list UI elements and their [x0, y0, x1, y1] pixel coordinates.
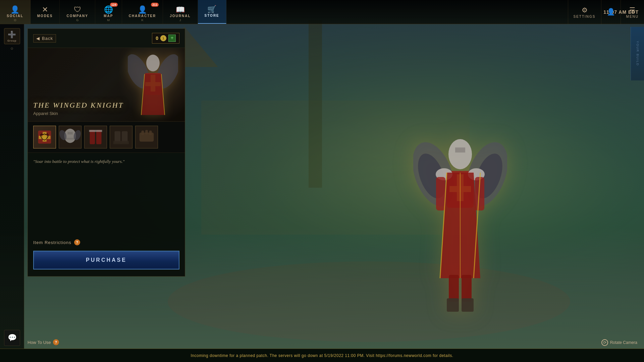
knight-svg: [413, 127, 507, 315]
map-icon: 🌐: [104, 6, 113, 13]
journal-key: J: [179, 18, 181, 22]
svg-rect-34: [34, 126, 56, 148]
svg-rect-35: [38, 131, 51, 144]
bottombar: Incoming downtime for a planned patch. T…: [0, 349, 644, 362]
restrictions-label: Item Restrictions: [33, 240, 71, 245]
restrictions-help-icon[interactable]: ?: [74, 239, 80, 245]
settings-button[interactable]: ⚙ SETTINGS: [568, 0, 601, 24]
bottom-controls: ⟳ Rotate Camera: [601, 339, 637, 346]
watermark-text: YOUR BUILD: [636, 41, 639, 66]
svg-rect-40: [67, 132, 73, 134]
back-chevron-icon: ◀: [36, 36, 40, 41]
group-label: Group: [7, 39, 16, 42]
svg-rect-45: [90, 130, 95, 144]
character-icon: 👤: [138, 6, 147, 13]
thumbnail-boots[interactable]: [110, 126, 132, 148]
currency-icon: $: [160, 35, 166, 41]
store-icon: 🛒: [207, 6, 216, 13]
company-icon: 🛡: [74, 6, 81, 13]
nav-store[interactable]: 🛒 STORE: [198, 0, 226, 24]
svg-point-27: [146, 55, 160, 71]
menu-button[interactable]: ☰ MENU: [621, 0, 644, 24]
company-key: G: [76, 18, 78, 22]
svg-rect-36: [43, 132, 47, 141]
menu-label: MENU: [626, 15, 639, 18]
social-key: O: [14, 18, 16, 22]
item-type: Apparel Skin: [33, 111, 179, 116]
back-label: Back: [42, 36, 53, 41]
company-label: COMPANY: [66, 14, 88, 18]
svg-rect-58: [149, 131, 152, 135]
add-currency-button[interactable]: +: [168, 35, 176, 42]
nav-modes[interactable]: ✕ MODES: [31, 0, 60, 24]
character-model: [413, 127, 507, 315]
character-label: CHARACTER: [129, 14, 156, 18]
how-to-use: How To Use ?: [28, 339, 59, 345]
journal-icon: 📖: [176, 6, 185, 13]
svg-rect-57: [145, 130, 148, 135]
nav-social[interactable]: 👤 SOCIAL O: [0, 0, 31, 24]
svg-rect-21: [449, 275, 459, 302]
group-icon: ➕: [8, 31, 16, 39]
thumb-helmet-svg: [59, 126, 81, 148]
social-label: SOCIAL: [7, 14, 23, 18]
top-right-buttons: ⚙ SETTINGS 👤 ☰ MENU: [568, 0, 644, 24]
profile-button[interactable]: 👤: [601, 0, 621, 24]
watermark: YOUR BUILD: [631, 27, 644, 80]
restrictions-row: Item Restrictions ?: [33, 239, 179, 245]
nav-character[interactable]: 211 👤 CHARACTER K: [122, 0, 163, 24]
svg-rect-56: [141, 131, 144, 135]
character-key: K: [141, 18, 143, 22]
modes-label: MODES: [37, 14, 53, 18]
announcement-text: Incoming downtime for a planned patch. T…: [191, 353, 453, 358]
map-key: M: [107, 18, 110, 22]
map-badge: 124: [110, 3, 118, 7]
currency-display: 0 $ +: [152, 33, 179, 44]
character-preview-area: [201, 24, 644, 349]
rotate-label: Rotate Camera: [610, 340, 637, 345]
rotate-camera-button[interactable]: ⟳ Rotate Camera: [601, 339, 637, 346]
currency-amount: 0: [156, 36, 158, 41]
svg-rect-17: [436, 177, 445, 210]
journal-label: JOURNAL: [170, 14, 191, 18]
panel-body: "Soar into battle to protect what is rig…: [28, 153, 185, 251]
thumbnail-gloves[interactable]: [135, 126, 158, 148]
svg-rect-49: [110, 126, 132, 148]
item-name: THE WINGED KNIGHT: [33, 101, 179, 110]
topbar: 👤 SOCIAL O ✕ MODES 🛡 COMPANY G 124 🌐 MAP…: [0, 0, 644, 24]
thumbnail-chest[interactable]: [33, 126, 56, 148]
thumb-gloves-svg: [136, 126, 158, 148]
thumb-legs-svg: [85, 126, 107, 148]
item-showcase: THE WINGED KNIGHT Apparel Skin: [28, 48, 185, 122]
thumbnail-row: [28, 122, 185, 153]
group-key: O: [11, 47, 13, 50]
menu-icon: ☰: [629, 6, 635, 14]
nav-company[interactable]: 🛡 COMPANY G: [60, 0, 95, 24]
group-button[interactable]: ➕ Group: [4, 28, 20, 44]
rotate-icon: ⟳: [601, 339, 608, 346]
settings-label: SETTINGS: [574, 15, 596, 18]
modes-icon: ✕: [42, 6, 48, 13]
purchase-button[interactable]: PURCHASE: [33, 251, 179, 269]
svg-rect-53: [120, 141, 129, 144]
panel-header: ◀ Back 0 $ +: [28, 29, 185, 48]
nav-map[interactable]: 124 🌐 MAP M: [95, 0, 122, 24]
svg-point-10: [448, 139, 472, 169]
nav-journal[interactable]: 📖 JOURNAL J: [163, 0, 198, 24]
chat-icon: 💬: [8, 334, 17, 342]
chat-button[interactable]: 💬: [4, 330, 20, 346]
how-to-help-icon[interactable]: ?: [53, 339, 59, 345]
thumbnail-helmet[interactable]: [59, 126, 82, 148]
svg-rect-23: [447, 298, 459, 312]
topbar-spacer: [226, 0, 598, 24]
thumbnail-legs[interactable]: [84, 126, 107, 148]
store-label: STORE: [205, 14, 219, 17]
svg-rect-37: [39, 136, 51, 139]
svg-rect-44: [85, 126, 107, 148]
svg-rect-46: [96, 130, 102, 144]
svg-rect-11: [455, 147, 465, 153]
purchase-label: PURCHASE: [86, 257, 127, 263]
social-icon: 👤: [10, 6, 19, 13]
svg-rect-24: [462, 298, 474, 312]
back-button[interactable]: ◀ Back: [33, 34, 56, 43]
